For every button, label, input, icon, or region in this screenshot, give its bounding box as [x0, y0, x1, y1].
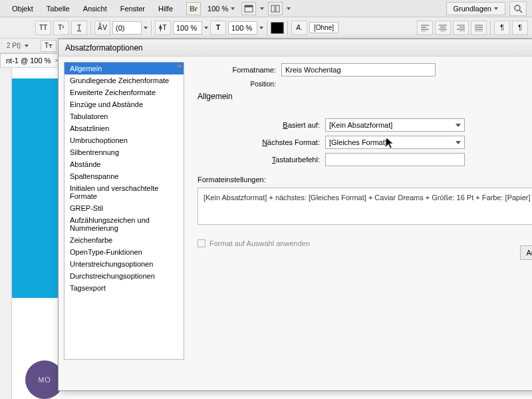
vscale-field[interactable]: 100 % [173, 21, 208, 35]
kerning-field[interactable]: (0) [112, 21, 148, 35]
svg-point-4 [515, 5, 520, 11]
basedon-label: Basiert auf: [195, 121, 325, 129]
allcaps-icon[interactable]: TT [35, 21, 51, 35]
fill-swatch[interactable] [271, 22, 284, 34]
category-row[interactable]: GREP-Stil [65, 202, 184, 214]
align-left-icon[interactable] [417, 21, 433, 35]
category-row[interactable]: Grundlegende Zeichenformate [65, 74, 184, 86]
category-row[interactable]: Zeichenfarbe [65, 234, 184, 246]
category-row[interactable]: Unterstreichungsoptionen [65, 258, 184, 270]
position-label: Position: [195, 80, 281, 88]
zoom-field[interactable]: 100 % [207, 5, 235, 13]
smallcaps-icon[interactable]: Tᴛ [41, 40, 57, 52]
indent-left-icon[interactable]: ¶ [494, 21, 510, 35]
svg-rect-1 [245, 5, 253, 7]
chevron-down-icon [456, 141, 461, 144]
indent-right-icon[interactable]: ¶ [512, 21, 528, 35]
control-panel: TT T¹ T A̐V (0) ǂT 100 % T 100 % A. [Ohn… [0, 17, 532, 39]
superscript-icon[interactable]: T¹ [53, 21, 69, 35]
paragraph-style-options-dialog: Absatzformatoptionen AllgemeinGrundlegen… [58, 39, 532, 391]
screen-mode-icon[interactable] [241, 2, 256, 15]
formatname-label: Formatname: [195, 66, 281, 74]
category-row[interactable]: Silbentrennung [65, 146, 184, 158]
category-listbox[interactable]: AllgemeinGrundlegende ZeichenformateErwe… [64, 62, 184, 360]
basedon-combo[interactable]: [Kein Absatzformat] [325, 118, 465, 132]
chevron-down-icon [494, 7, 498, 10]
chevron-down-icon [456, 124, 461, 127]
category-row[interactable]: Tagsexport [65, 282, 184, 294]
settings-label: Formateinstellungen: [198, 176, 532, 184]
category-row[interactable]: Erweiterte Zeichenformate [65, 86, 184, 98]
category-row[interactable]: Aufzählungszeichen und Nummerierung [65, 214, 184, 234]
options-panel: Formatname: Position: Allgemein Basiert … [187, 57, 532, 390]
svg-rect-3 [276, 5, 279, 12]
chevron-down-icon [260, 7, 264, 10]
svg-line-5 [519, 10, 522, 13]
menu-hilfe[interactable]: Hilfe [152, 2, 180, 15]
category-row[interactable]: Allgemein [65, 63, 184, 74]
bridge-icon[interactable]: Br [186, 2, 201, 15]
align-center-icon[interactable] [435, 21, 451, 35]
category-sidebar: AllgemeinGrundlegende ZeichenformateErwe… [59, 57, 187, 390]
menu-fenster[interactable]: Fenster [114, 2, 152, 15]
hscale-field[interactable]: 100 % [228, 21, 263, 35]
ruler-vertical [0, 68, 12, 399]
category-row[interactable]: Initialen und verschachtelte Formate [65, 182, 184, 202]
workspace-switcher[interactable]: Grundlagen [446, 2, 506, 15]
section-header: Allgemein [198, 92, 532, 101]
formatname-input[interactable] [281, 63, 436, 76]
shortcut-label: Tastaturbefehl: [195, 156, 325, 164]
svg-rect-2 [271, 5, 275, 12]
charstyle-field[interactable]: [Ohne] [309, 22, 338, 33]
workspace-name: Grundlagen [454, 5, 492, 13]
apply-to-selection-label: Format auf Auswahl anwenden [209, 239, 310, 247]
category-row[interactable]: Spaltenspanne [65, 170, 184, 182]
checkbox-icon[interactable] [198, 239, 205, 247]
arrange-icon[interactable] [268, 2, 283, 15]
chevron-down-icon [231, 7, 235, 10]
category-row[interactable]: Einzüge und Abstände [65, 98, 184, 110]
apply-to-selection-row[interactable]: Format auf Auswahl anwenden [198, 239, 532, 247]
menu-tabelle[interactable]: Tabelle [40, 2, 76, 15]
category-row[interactable]: OpenType-Funktionen [65, 246, 184, 258]
search-button[interactable] [509, 1, 527, 16]
settings-summary: [Kein Absatzformat] + nächstes: [Gleiche… [198, 188, 532, 225]
category-row[interactable]: Absatzlinien [65, 122, 184, 134]
menubar: Objekt Tabelle Ansicht Fenster Hilfe Br … [0, 0, 532, 17]
document-tab[interactable]: nt-1 @ 100 % × [0, 53, 65, 67]
hscale-icon[interactable]: T [210, 21, 226, 35]
menu-ansicht[interactable]: Ansicht [76, 2, 114, 15]
zoom-value: 100 % [207, 5, 228, 13]
document-tab-label: nt-1 @ 100 % [6, 57, 51, 65]
nextstyle-combo[interactable]: [Gleiches Format] [325, 136, 465, 149]
chevron-down-icon [287, 7, 291, 10]
menu-objekt[interactable]: Objekt [5, 2, 40, 15]
reset-to-base-button[interactable]: Auf [520, 245, 532, 260]
underline-icon[interactable]: T [71, 21, 87, 35]
category-row[interactable]: Umbruchoptionen [65, 134, 184, 146]
kerning-icon[interactable]: A̐V [94, 21, 110, 35]
category-row[interactable]: Tabulatoren [65, 110, 184, 122]
charstyle-icon[interactable]: A. [291, 21, 307, 35]
scroll-up-icon[interactable] [177, 64, 182, 67]
mouse-cursor-icon [386, 138, 394, 148]
shortcut-input[interactable] [325, 153, 465, 166]
category-row[interactable]: Abstände [65, 158, 184, 170]
align-right-icon[interactable] [453, 21, 469, 35]
category-row[interactable]: Durchstreichungsoptionen [65, 270, 184, 282]
nextstyle-label: Nächstes Format: [195, 138, 325, 146]
dialog-title: Absatzformatoptionen [59, 39, 532, 57]
align-justify-icon[interactable] [471, 21, 487, 35]
vscale-icon[interactable]: ǂT [155, 21, 171, 35]
